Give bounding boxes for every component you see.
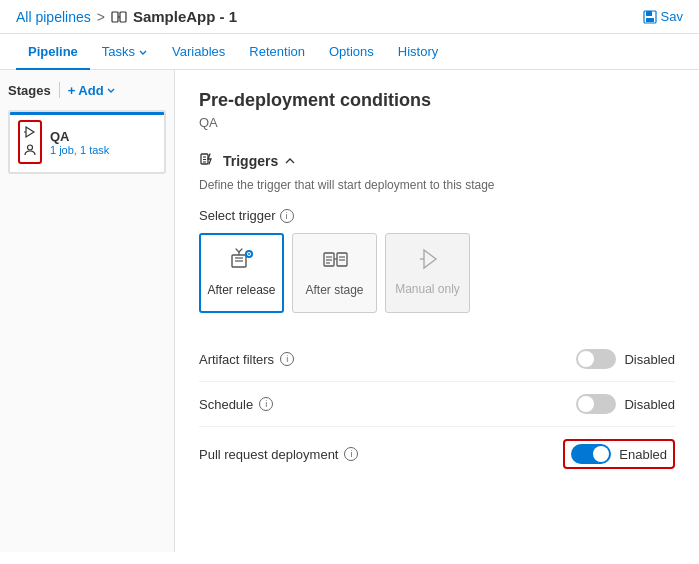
svg-point-19 (248, 253, 250, 255)
after-release-label: After release (207, 283, 275, 299)
trigger-options: After release (199, 233, 675, 313)
triggers-label: Triggers (223, 153, 278, 169)
stages-header: Stages + Add (8, 82, 166, 98)
save-label: Sav (661, 9, 683, 24)
trigger-icon (23, 125, 37, 141)
panel-subtitle: QA (199, 115, 675, 130)
artifact-filters-row: Artifact filters i Disabled (199, 337, 675, 382)
panel-title: Pre-deployment conditions (199, 90, 675, 111)
content-panel: Pre-deployment conditions QA Triggers De… (175, 70, 699, 552)
all-pipelines-link[interactable]: All pipelines (16, 9, 91, 25)
add-stage-button[interactable]: + Add (68, 83, 116, 98)
pull-request-row: Pull request deployment i Enabled (199, 427, 675, 481)
trigger-after-stage[interactable]: After stage (292, 233, 377, 313)
tab-tasks[interactable]: Tasks (90, 34, 160, 69)
after-stage-label: After stage (305, 283, 363, 299)
collapse-icon[interactable] (284, 155, 296, 167)
breadcrumb-separator: > (97, 9, 105, 25)
pull-request-label: Pull request deployment i (199, 447, 358, 462)
schedule-info-icon[interactable]: i (259, 397, 273, 411)
pipeline-icon (111, 9, 127, 25)
trigger-manual-only[interactable]: Manual only (385, 233, 470, 313)
tab-options[interactable]: Options (317, 34, 386, 69)
tab-history[interactable]: History (386, 34, 450, 69)
stage-top-bar (10, 112, 164, 115)
select-trigger-label: Select trigger i (199, 208, 675, 223)
main-layout: Stages + Add (0, 70, 699, 552)
pull-request-toggle[interactable] (571, 444, 611, 464)
triggers-icon (199, 150, 217, 172)
toggle-thumb-pr (593, 446, 609, 462)
schedule-label: Schedule i (199, 397, 273, 412)
stage-card-qa[interactable]: QA 1 job, 1 task (8, 110, 166, 174)
triggers-header: Triggers (199, 150, 675, 172)
tab-variables[interactable]: Variables (160, 34, 237, 69)
trigger-info-icon[interactable]: i (280, 209, 294, 223)
svg-rect-4 (646, 11, 652, 16)
stages-label: Stages (8, 83, 51, 98)
manual-only-label: Manual only (395, 282, 460, 298)
manual-only-icon (416, 248, 440, 278)
stage-meta: 1 job, 1 task (50, 144, 109, 156)
artifact-filters-toggle-group: Disabled (576, 349, 675, 369)
svg-rect-0 (112, 12, 118, 22)
stage-name: QA (50, 129, 109, 144)
artifact-filters-info-icon[interactable]: i (280, 352, 294, 366)
stages-divider (59, 82, 60, 98)
svg-rect-5 (646, 18, 654, 22)
pull-request-toggle-group: Enabled (563, 439, 675, 469)
svg-marker-6 (26, 127, 34, 137)
schedule-status: Disabled (624, 397, 675, 412)
pull-request-info-icon[interactable]: i (344, 447, 358, 461)
toggle-thumb-schedule (578, 396, 594, 412)
trigger-after-release[interactable]: After release (199, 233, 284, 313)
toggle-thumb (578, 351, 594, 367)
artifact-filters-toggle[interactable] (576, 349, 616, 369)
svg-marker-28 (424, 250, 436, 268)
schedule-toggle-group: Disabled (576, 394, 675, 414)
stage-info: QA 1 job, 1 task (50, 129, 109, 156)
svg-point-8 (28, 145, 33, 150)
stage-icons (18, 120, 42, 164)
artifact-filters-label: Artifact filters i (199, 352, 294, 367)
person-icon (23, 143, 37, 159)
save-button[interactable]: Sav (643, 9, 683, 24)
schedule-toggle[interactable] (576, 394, 616, 414)
breadcrumb: All pipelines > SampleApp - 1 (16, 8, 237, 25)
top-bar: All pipelines > SampleApp - 1 Sav (0, 0, 699, 34)
svg-rect-1 (120, 12, 126, 22)
after-release-icon (228, 247, 256, 279)
app-title: SampleApp - 1 (133, 8, 237, 25)
pull-request-status: Enabled (619, 447, 667, 462)
sidebar: Stages + Add (0, 70, 175, 552)
nav-tabs: Pipeline Tasks Variables Retention Optio… (0, 34, 699, 70)
tab-retention[interactable]: Retention (237, 34, 317, 69)
artifact-filters-status: Disabled (624, 352, 675, 367)
after-stage-icon (321, 247, 349, 279)
triggers-desc: Define the trigger that will start deplo… (199, 178, 675, 192)
schedule-row: Schedule i Disabled (199, 382, 675, 427)
tab-pipeline[interactable]: Pipeline (16, 34, 90, 69)
